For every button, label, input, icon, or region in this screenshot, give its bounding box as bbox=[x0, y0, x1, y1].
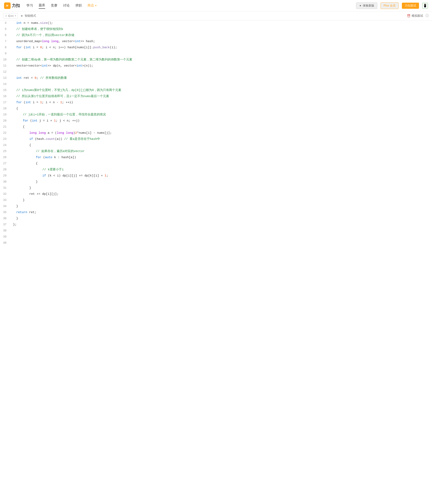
code-line-8: 8 for (int i = 0; i < n; i++) hash[nums[… bbox=[0, 45, 432, 51]
line-num-11: 11 bbox=[0, 63, 10, 68]
line-num-7: 7 bbox=[0, 39, 10, 44]
code-line-22: 22 long long a = (long long)2*nums[i] - … bbox=[0, 130, 432, 136]
line-content-26[interactable]: for (auto k : hash[a]) bbox=[10, 155, 432, 160]
mock-interview-button[interactable]: ⏰ 模拟面试 bbox=[407, 14, 423, 18]
line-content-21: { bbox=[10, 124, 432, 130]
nav-contest[interactable]: 竞赛 bbox=[51, 3, 57, 9]
interview-button[interactable]: 力扣面试 bbox=[402, 3, 419, 9]
line-num-28: 28 bbox=[0, 167, 10, 172]
app-button[interactable]: 📱 bbox=[422, 3, 428, 9]
code-line-31: 31 } bbox=[0, 185, 432, 191]
line-num-10: 10 bbox=[0, 57, 10, 62]
nav-study[interactable]: 学习 bbox=[26, 3, 33, 9]
code-line-25: 25 // 如果存在，遍历a对应的vector bbox=[0, 149, 432, 155]
line-content-14 bbox=[10, 81, 432, 87]
line-num-8: 8 bbox=[0, 45, 10, 50]
circle-icon: ⊙ bbox=[5, 14, 7, 17]
logo-icon bbox=[4, 2, 11, 9]
line-content-17[interactable]: for (int i = 1; i < n - 1; ++i) bbox=[10, 100, 432, 105]
header: 力扣 学习 题库 竞赛 讨论 求职 商店 ▼ ✦ 体验新版 Plus 会员 力扣… bbox=[0, 0, 432, 11]
line-content-22[interactable]: long long a = (long long)2*nums[i] - num… bbox=[10, 130, 432, 136]
try-new-button[interactable]: ✦ 体验新版 bbox=[356, 2, 377, 9]
code-line-14: 14 bbox=[0, 81, 432, 88]
mode-dot bbox=[21, 15, 23, 17]
code-line-7: 7 unordered_map<long long, vector<int>> … bbox=[0, 39, 432, 45]
line-content-29[interactable]: if (k < i) dp[i][j] += dp[k][i] + 1; bbox=[10, 173, 432, 179]
code-line-40: 40 bbox=[0, 240, 432, 246]
nav-jobs[interactable]: 求职 bbox=[75, 3, 82, 9]
code-line-4: 4 int n = nums.size(); bbox=[0, 20, 432, 27]
code-line-16: 16 // 所以从第1个位置开始填表即可，且i一定不为nums最后一个元素 bbox=[0, 94, 432, 100]
nav-problems[interactable]: 题库 bbox=[39, 2, 45, 9]
code-line-35: 35 return ret; bbox=[0, 210, 432, 216]
line-num-13: 13 bbox=[0, 75, 10, 80]
line-num-37: 37 bbox=[0, 222, 10, 227]
line-content-19: // j从i+1开始，一直到最后一个位置，寻找符合题意的情况 bbox=[10, 112, 432, 118]
line-num-35: 35 bbox=[0, 210, 10, 215]
line-content-25: // 如果存在，遍历a对应的vector bbox=[10, 149, 432, 154]
line-num-32: 32 bbox=[0, 191, 10, 196]
code-line-19: 19 // j从i+1开始，一直到最后一个位置，寻找符合题意的情况 bbox=[0, 112, 432, 118]
code-line-6: 6 // 因为k不只一个，所以用vector来存储 bbox=[0, 33, 432, 39]
code-line-12: 12 bbox=[0, 69, 432, 75]
code-line-23: 23 if (hash.count(a)) // 看a是否存在于hash中 bbox=[0, 136, 432, 143]
code-line-17: 17 for (int i = 1; i < n - 1; ++i) bbox=[0, 100, 432, 106]
logo[interactable]: 力扣 bbox=[4, 2, 20, 9]
code-line-9: 9 bbox=[0, 51, 432, 57]
code-line-28: 28 // k需要小于i bbox=[0, 167, 432, 173]
code-line-34: 34 } bbox=[0, 204, 432, 210]
info-icon[interactable]: ⓘ bbox=[425, 14, 429, 18]
line-content-18: { bbox=[10, 106, 432, 112]
line-content-27: { bbox=[10, 161, 432, 167]
line-num-6: 6 bbox=[0, 33, 10, 37]
line-content-40 bbox=[10, 240, 432, 246]
line-content-15: // i为nums第0个位置时，不管j为几，dp[0][j]都为0，因为只有两个… bbox=[10, 88, 432, 93]
code-line-11: 11 vector<vector<int>> dp(n, vector<int>… bbox=[0, 63, 432, 69]
language-selector[interactable]: ⊙ C++ ▾ bbox=[3, 13, 18, 18]
nav-discuss[interactable]: 讨论 bbox=[63, 3, 70, 9]
code-line-10: 10 // 创建二维dp表，第一维为数列的倒数第二个元素，第二维为数列的倒数第一… bbox=[0, 57, 432, 63]
line-num-23: 23 bbox=[0, 136, 10, 141]
code-line-33: 33 } bbox=[0, 198, 432, 204]
line-num-25: 25 bbox=[0, 149, 10, 153]
line-num-24: 24 bbox=[0, 143, 10, 147]
line-content-23[interactable]: if (hash.count(a)) // 看a是否存在于hash中 bbox=[10, 136, 432, 142]
code-line-29: 29 if (k < i) dp[i][j] += dp[k][i] + 1; bbox=[0, 173, 432, 179]
line-num-39: 39 bbox=[0, 234, 10, 239]
line-content-13[interactable]: int ret = 0; // 所有数组的数量 bbox=[10, 75, 432, 81]
line-num-15: 15 bbox=[0, 88, 10, 92]
line-content-32[interactable]: ret += dp[i][j]; bbox=[10, 191, 432, 197]
line-num-31: 31 bbox=[0, 185, 10, 190]
line-content-33: } bbox=[10, 198, 432, 203]
line-content-12 bbox=[10, 69, 432, 75]
line-num-26: 26 bbox=[0, 155, 10, 160]
line-content-7[interactable]: unordered_map<long long, vector<int>> ha… bbox=[10, 39, 432, 44]
code-line-30: 30 } bbox=[0, 179, 432, 185]
line-num-27: 27 bbox=[0, 161, 10, 166]
line-content-11[interactable]: vector<vector<int>> dp(n, vector<int>(n)… bbox=[10, 63, 432, 69]
line-content-35[interactable]: return ret; bbox=[10, 210, 432, 215]
line-content-8[interactable]: for (int i = 0; i < n; i++) hash[nums[i]… bbox=[10, 45, 432, 51]
line-content-38 bbox=[10, 228, 432, 234]
plus-member-button[interactable]: Plus 会员 bbox=[380, 2, 399, 9]
mode-label: 智能模式 bbox=[21, 14, 36, 18]
line-content-16: // 所以从第1个位置开始填表即可，且i一定不为nums最后一个元素 bbox=[10, 94, 432, 99]
line-num-18: 18 bbox=[0, 106, 10, 111]
nav-store[interactable]: 商店 ▼ bbox=[88, 3, 97, 9]
sub-header: ⊙ C++ ▾ 智能模式 ⏰ 模拟面试 ⓘ bbox=[0, 11, 432, 20]
line-num-40: 40 bbox=[0, 240, 10, 245]
line-num-22: 22 bbox=[0, 130, 10, 135]
code-line-18: 18 { bbox=[0, 106, 432, 112]
line-content-4[interactable]: int n = nums.size(); bbox=[10, 20, 432, 26]
line-num-21: 21 bbox=[0, 124, 10, 129]
line-content-28: // k需要小于i bbox=[10, 167, 432, 173]
code-line-39: 39 bbox=[0, 234, 432, 240]
code-line-36: 36 } bbox=[0, 216, 432, 222]
code-line-5: 5 // 创建哈希表，便于很快地找到k bbox=[0, 27, 432, 33]
line-content-39 bbox=[10, 234, 432, 240]
line-content-20[interactable]: for (int j = i + 1; j < n; ++j) bbox=[10, 118, 432, 124]
line-num-36: 36 bbox=[0, 216, 10, 221]
code-line-13: 13 int ret = 0; // 所有数组的数量 bbox=[0, 75, 432, 81]
line-num-5: 5 bbox=[0, 27, 10, 31]
code-line-24: 24 { bbox=[0, 143, 432, 149]
